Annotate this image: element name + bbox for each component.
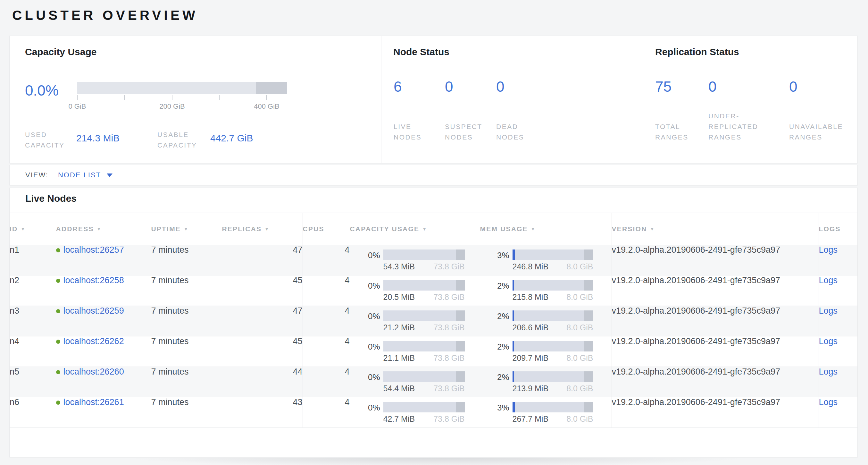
mem-meter: 3% 267.7 MiB 8.0 GiB — [513, 402, 593, 424]
sort-desc-icon: ▼ — [265, 226, 270, 232]
capacity-usage-bar-chart — [77, 82, 287, 94]
capacity-used-value: 54.4 MiB — [383, 384, 415, 393]
mem-meter-bar — [513, 402, 593, 412]
view-dropdown-value[interactable]: NODE LIST — [58, 171, 101, 179]
mem-meter-fill — [513, 311, 514, 321]
column-header-replicas[interactable]: REPLICAS▼ — [222, 213, 303, 245]
mem-total-value: 8.0 GiB — [566, 353, 593, 363]
logs-link[interactable]: Logs — [819, 245, 838, 255]
bottom-edge-shadow — [48, 458, 824, 465]
column-header-mem-usage[interactable]: MEM USAGE▼ — [480, 213, 612, 245]
live-nodes-label: LIVE NODES — [394, 121, 422, 142]
capacity-meter-dark-segment — [456, 280, 465, 291]
axis-label-0gib: 0 GiB — [55, 102, 100, 111]
capacity-meter-bar — [383, 311, 465, 321]
mem-percent: 2% — [491, 281, 509, 291]
capacity-bar-dark-segment — [256, 82, 287, 94]
mem-meter: 2% 206.6 MiB 8.0 GiB — [513, 311, 593, 332]
mem-used-value: 246.8 MiB — [513, 262, 549, 271]
column-header-address[interactable]: ADDRESS▼ — [56, 213, 151, 245]
node-live-status-icon — [56, 370, 60, 374]
live-nodes-count: 6 — [394, 78, 445, 95]
sort-desc-icon: ▼ — [531, 226, 536, 232]
column-header-uptime[interactable]: UPTIME▼ — [151, 213, 222, 245]
capacity-meter-bar — [383, 280, 465, 291]
column-header-id[interactable]: ID▼ — [10, 213, 56, 245]
axis-label-200gib: 200 GiB — [150, 102, 194, 111]
column-header-cpus[interactable]: CPUS — [303, 213, 350, 245]
sort-desc-icon: ▼ — [650, 226, 655, 232]
node-version-cell: v19.2.0-alpha.20190606-2491-gfe735c9a97 — [612, 275, 819, 306]
node-capacity-usage-cell: 0% 54.3 MiB 73.8 GiB — [350, 245, 480, 275]
mem-percent: 3% — [491, 403, 509, 413]
axis-tick — [77, 95, 78, 100]
card-divider — [381, 36, 381, 163]
node-logs-cell: Logs — [819, 337, 858, 367]
view-dropdown[interactable]: NODE LIST — [58, 171, 113, 179]
node-cpus-cell: 4 — [303, 397, 350, 428]
node-mem-usage-cell: 3% 267.7 MiB 8.0 GiB — [480, 397, 612, 428]
mem-percent: 2% — [491, 372, 509, 382]
total-ranges-label: TOTAL RANGES — [655, 121, 688, 142]
mem-meter-dark-segment — [584, 311, 593, 321]
node-uptime-cell: 7 minutes — [151, 397, 222, 428]
sort-desc-icon: ▼ — [184, 226, 189, 232]
node-address-cell: localhost:26260 — [56, 367, 151, 397]
capacity-meter: 0% 21.2 MiB 73.8 GiB — [383, 311, 465, 332]
node-mem-usage-cell: 2% 209.7 MiB 8.0 GiB — [480, 337, 612, 367]
node-replicas-cell: 44 — [222, 367, 303, 397]
capacity-used-value: 20.5 MiB — [383, 292, 415, 302]
capacity-percent: 0% — [362, 251, 380, 260]
capacity-total-value: 73.8 GiB — [433, 262, 464, 271]
node-address-link[interactable]: localhost:26257 — [63, 245, 124, 255]
capacity-meter-bar — [383, 371, 465, 382]
table-row: n3 localhost:26259 7 minutes 47 4 0% 21.… — [10, 306, 858, 337]
mem-percent: 2% — [491, 342, 509, 352]
node-capacity-usage-cell: 0% 20.5 MiB 73.8 GiB — [350, 275, 480, 306]
capacity-used-percent: 0.0% — [25, 82, 59, 99]
mem-meter-fill — [513, 250, 515, 260]
node-live-status-icon — [56, 309, 60, 313]
capacity-used-value: 54.3 MiB — [383, 262, 415, 271]
node-address-link[interactable]: localhost:26258 — [63, 275, 124, 285]
logs-link[interactable]: Logs — [819, 397, 838, 407]
node-address-cell: localhost:26262 — [56, 337, 151, 367]
node-logs-cell: Logs — [819, 275, 858, 306]
mem-meter-dark-segment — [584, 250, 593, 260]
table-row: n6 localhost:26261 7 minutes 43 4 0% 42.… — [10, 397, 858, 428]
node-version-cell: v19.2.0-alpha.20190606-2491-gfe735c9a97 — [612, 245, 819, 275]
column-header-version[interactable]: VERSION▼ — [612, 213, 819, 245]
column-header-capacity-usage[interactable]: CAPACITY USAGE▼ — [350, 213, 480, 245]
node-id-cell: n2 — [10, 275, 56, 306]
node-address-link[interactable]: localhost:26262 — [63, 337, 124, 346]
logs-link[interactable]: Logs — [819, 367, 838, 377]
capacity-percent: 0% — [362, 403, 380, 413]
mem-meter-dark-segment — [584, 371, 593, 382]
capacity-total-value: 73.8 GiB — [433, 292, 464, 302]
node-address-link[interactable]: localhost:26261 — [63, 397, 124, 407]
logs-link[interactable]: Logs — [819, 275, 838, 285]
node-uptime-cell: 7 minutes — [151, 306, 222, 337]
node-replicas-cell: 47 — [222, 306, 303, 337]
mem-used-value: 209.7 MiB — [513, 353, 549, 363]
node-logs-cell: Logs — [819, 306, 858, 337]
live-nodes-title: Live Nodes — [25, 193, 76, 204]
mem-meter: 2% 209.7 MiB 8.0 GiB — [513, 341, 593, 363]
node-logs-cell: Logs — [819, 245, 858, 275]
node-uptime-cell: 7 minutes — [151, 275, 222, 306]
node-mem-usage-cell: 2% 215.8 MiB 8.0 GiB — [480, 275, 612, 306]
page-title: CLUSTER OVERVIEW — [12, 8, 198, 23]
capacity-meter-dark-segment — [456, 341, 465, 351]
logs-link[interactable]: Logs — [819, 337, 838, 346]
node-uptime-cell: 7 minutes — [151, 337, 222, 367]
node-address-link[interactable]: localhost:26259 — [63, 306, 124, 316]
mem-meter: 2% 215.8 MiB 8.0 GiB — [513, 280, 593, 302]
capacity-usage-heading: Capacity Usage — [25, 47, 96, 57]
unavailable-ranges-stat: 0 UNAVAILABLE RANGES — [789, 78, 857, 152]
logs-link[interactable]: Logs — [819, 306, 838, 316]
node-live-status-icon — [56, 248, 60, 252]
node-uptime-cell: 7 minutes — [151, 245, 222, 275]
node-replicas-cell: 47 — [222, 245, 303, 275]
chevron-down-icon — [107, 174, 113, 177]
node-address-link[interactable]: localhost:26260 — [63, 367, 124, 377]
